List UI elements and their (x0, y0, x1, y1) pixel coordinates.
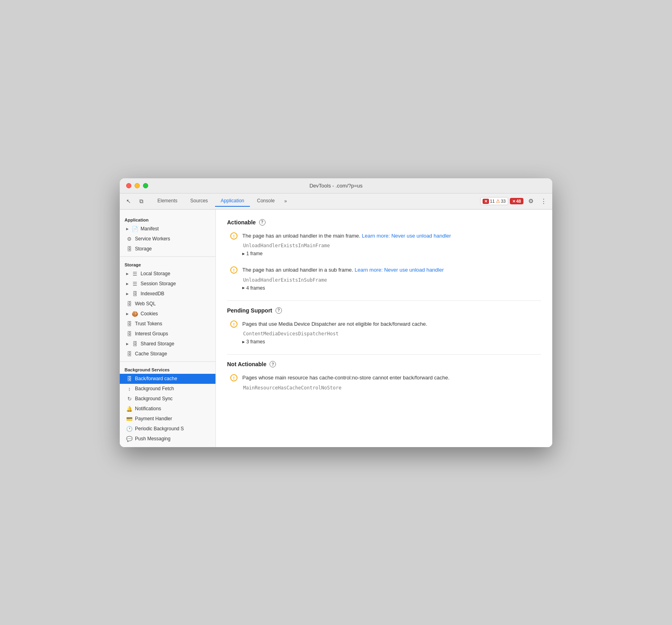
learn-more-link-2[interactable]: Learn more: Never use unload handler (354, 267, 444, 273)
sidebar-item-shared-storage[interactable]: ▶ 🗄 Shared Storage (120, 339, 215, 349)
issue-content-cache-control: Pages whose main resource has cache-cont… (242, 374, 541, 393)
sidebar-item-local-storage[interactable]: ▶ ☰ Local Storage (120, 269, 215, 279)
back-forward-cache-icon: 🗄 (126, 376, 133, 382)
indexeddb-arrow: ▶ (126, 292, 129, 296)
issue-content-unload-sub: The page has an unload handler in a sub … (242, 266, 541, 292)
interest-groups-icon: 🗄 (126, 331, 133, 337)
tab-sources[interactable]: Sources (185, 196, 213, 207)
sidebar-item-interest-groups[interactable]: 🗄 Interest Groups (120, 329, 215, 339)
frames-unload-main[interactable]: ▶ 1 frame (242, 251, 541, 256)
minimize-button[interactable] (135, 183, 140, 188)
not-actionable-help-icon[interactable]: ? (270, 361, 276, 367)
sidebar-item-trust-tokens[interactable]: 🗄 Trust Tokens (120, 319, 215, 329)
divider-pending-not-actionable (227, 354, 541, 355)
trust-tokens-label: Trust Tokens (135, 321, 162, 327)
issues-badge[interactable]: ✕ 48 (510, 198, 523, 204)
sidebar-item-service-workers[interactable]: ⚙ Service Workers (120, 234, 215, 244)
divider-actionable-pending (227, 300, 541, 301)
warning-icon-unload-sub: ! (230, 266, 237, 274)
sidebar-item-back-forward-cache[interactable]: 🗄 Back/forward cache (120, 374, 215, 384)
service-workers-label: Service Workers (135, 236, 170, 242)
shared-storage-arrow: ▶ (126, 342, 129, 346)
close-button[interactable] (126, 183, 131, 188)
cookies-icon: 🍪 (132, 311, 138, 317)
frames-media-device[interactable]: ▶ 3 frames (242, 339, 541, 345)
svg-text:!: ! (233, 376, 235, 381)
issue-desc-media-device: Pages that use Media Device Dispatcher a… (242, 320, 541, 328)
periodic-background-label: Periodic Background S (135, 426, 184, 431)
sidebar-item-background-sync[interactable]: ↻ Background Sync (120, 394, 215, 404)
periodic-background-icon: 🕐 (126, 426, 133, 432)
local-storage-icon: ☰ (132, 271, 138, 277)
layers-icon-button[interactable]: ⧉ (136, 196, 147, 207)
issue-unload-sub: ! The page has an unload handler in a su… (227, 266, 541, 292)
service-workers-icon: ⚙ (126, 236, 133, 242)
sidebar-item-notifications[interactable]: 🔔 Notifications (120, 404, 215, 414)
sidebar-section-bg-services: Background Services (120, 364, 215, 374)
sidebar-item-storage-top[interactable]: 🗄 Storage (120, 244, 215, 254)
divider-1 (120, 256, 215, 257)
frames-count-1: 1 frame (246, 251, 263, 256)
actionable-help-icon[interactable]: ? (259, 219, 266, 226)
more-button[interactable]: ⋮ (538, 196, 549, 207)
push-messaging-label: Push Messaging (135, 436, 171, 442)
maximize-button[interactable] (143, 183, 148, 188)
error-icon: ✕ (483, 199, 489, 204)
sidebar-item-cache-storage[interactable]: 🗄 Cache Storage (120, 349, 215, 359)
sidebar-item-payment-handler[interactable]: 💳 Payment Handler (120, 414, 215, 424)
background-sync-icon: ↻ (126, 396, 133, 402)
frames-arrow-2: ▶ (242, 286, 245, 290)
warning-icon-cache-control: ! (230, 374, 237, 381)
sidebar-section-storage: Storage (120, 259, 215, 269)
sidebar-item-session-storage[interactable]: ▶ ☰ Session Storage (120, 279, 215, 289)
warning-count: 33 (501, 199, 506, 204)
main-content: Application ▶ 📄 Manifest ⚙ Service Worke… (120, 210, 552, 447)
shared-storage-icon: 🗄 (132, 341, 138, 347)
manifest-label: Manifest (141, 226, 159, 232)
tab-elements[interactable]: Elements (152, 196, 183, 207)
sidebar-item-web-sql[interactable]: 🗄 Web SQL (120, 299, 215, 309)
learn-more-link-1[interactable]: Learn more: Never use unload handler (362, 233, 451, 239)
actionable-section-header: Actionable ? (227, 219, 541, 226)
tab-more-button[interactable]: » (282, 197, 290, 206)
local-storage-arrow: ▶ (126, 272, 129, 276)
svg-text:!: ! (233, 322, 235, 327)
error-count: 11 (490, 199, 495, 204)
background-sync-label: Background Sync (135, 396, 173, 401)
issue-desc-cache-control: Pages whose main resource has cache-cont… (242, 374, 541, 382)
sidebar-item-background-fetch[interactable]: ↕ Background Fetch (120, 384, 215, 394)
cookies-label: Cookies (141, 311, 158, 317)
frames-count-2: 4 frames (246, 285, 265, 291)
session-storage-label: Session Storage (141, 281, 176, 286)
tab-bar-right: ⚙ ⋮ (525, 196, 549, 207)
session-storage-icon: ☰ (132, 281, 138, 287)
sidebar-item-periodic-background[interactable]: 🕐 Periodic Background S (120, 424, 215, 434)
issue-media-device: ! Pages that use Media Device Dispatcher… (227, 320, 541, 347)
interest-groups-label: Interest Groups (135, 331, 168, 337)
traffic-lights (126, 183, 148, 188)
sidebar-item-push-messaging[interactable]: 💬 Push Messaging (120, 434, 215, 444)
sidebar-item-indexeddb[interactable]: ▶ 🗄 IndexedDB (120, 289, 215, 299)
web-sql-label: Web SQL (135, 301, 156, 306)
cursor-icon-button[interactable]: ↖ (123, 196, 134, 207)
frames-count-3: 3 frames (246, 339, 265, 345)
settings-button[interactable]: ⚙ (525, 196, 536, 207)
tab-console[interactable]: Console (251, 196, 280, 207)
svg-text:!: ! (233, 234, 235, 238)
sidebar-item-manifest[interactable]: ▶ 📄 Manifest (120, 224, 215, 234)
error-warning-badge[interactable]: ✕ 11 ⚠ 33 (480, 197, 508, 205)
window-title: DevTools - .com/?p=us (310, 183, 363, 189)
frames-unload-sub[interactable]: ▶ 4 frames (242, 285, 541, 291)
indexeddb-icon: 🗄 (132, 291, 138, 297)
sidebar-section-application: Application (120, 214, 215, 224)
issue-desc-unload-main: The page has an unload handler in the ma… (242, 232, 541, 240)
pending-support-help-icon[interactable]: ? (276, 307, 282, 314)
pending-support-section-header: Pending Support ? (227, 307, 541, 314)
storage-top-label: Storage (135, 246, 152, 252)
tab-application[interactable]: Application (215, 196, 250, 207)
storage-top-icon: 🗄 (126, 246, 133, 252)
issue-content-media-device: Pages that use Media Device Dispatcher a… (242, 320, 541, 347)
sidebar-item-cookies[interactable]: ▶ 🍪 Cookies (120, 309, 215, 319)
cookies-arrow: ▶ (126, 312, 129, 316)
trust-tokens-icon: 🗄 (126, 321, 133, 327)
